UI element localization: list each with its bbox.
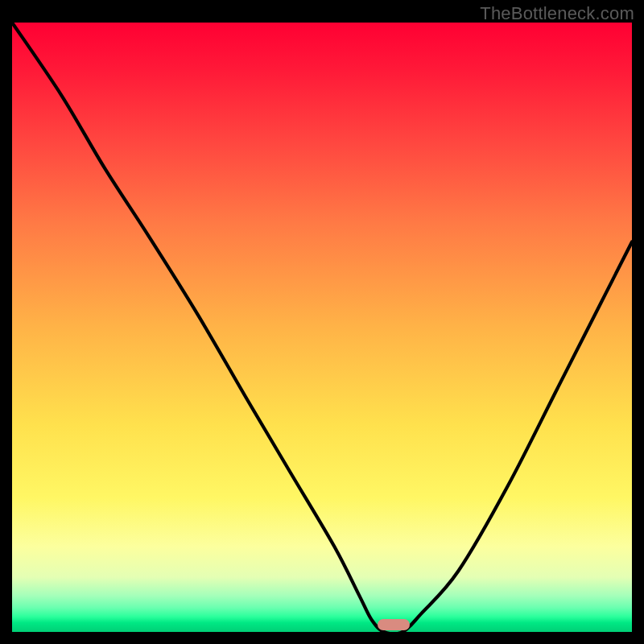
curve-layer (12, 23, 632, 632)
optimal-point-marker (378, 619, 410, 630)
bottleneck-curve (12, 23, 632, 632)
watermark-text: TheBottleneck.com (480, 3, 634, 24)
chart-area (12, 23, 632, 632)
